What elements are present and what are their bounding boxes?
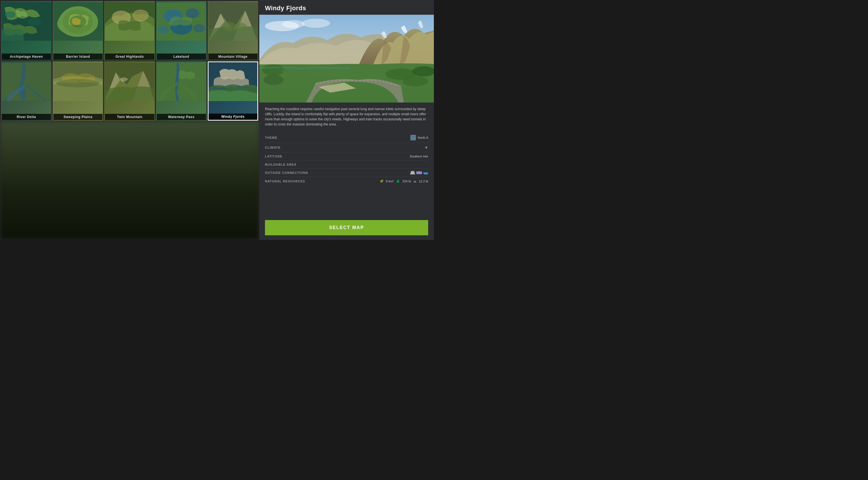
map-tile-archipelago-haven[interactable]: Archipelago Haven [1, 1, 52, 60]
map-tile-river-delta[interactable]: River Delta [1, 62, 52, 121]
map-preview [259, 15, 434, 103]
selected-map-title: Windy Fjords [259, 0, 434, 15]
connection-icons [410, 171, 428, 174]
svg-point-11 [185, 8, 199, 19]
map-selection-panel: Archipelago Haven Barrier Island [0, 0, 259, 240]
map-tile-sweeping-plains[interactable]: Sweeping Plains [53, 62, 103, 121]
svg-point-31 [402, 76, 428, 87]
map-tile-label-mountain: Mountain Village [208, 54, 257, 60]
stat-connections: OUTSIDE CONNECTIONS [265, 169, 428, 177]
map-tile-label-windy: Windy Fjords [209, 113, 257, 120]
map-stats: THEME North A CLIMATE ☀ LATITUDE Souther… [259, 131, 434, 217]
stone-icon: ⛰ [413, 179, 416, 183]
svg-point-33 [282, 20, 305, 28]
stat-climate: CLIMATE ☀ [265, 143, 428, 152]
map-tile-great-highlands[interactable]: Great Highlands [104, 1, 155, 60]
map-tile-lakeland[interactable]: Lakeland [156, 1, 207, 60]
background-blur [0, 121, 259, 240]
sun-icon: ☀ [425, 145, 428, 150]
grain-icon: 🌾 [379, 179, 384, 183]
stat-resources: NATURAL RESOURCES 🌾 8 km² 🌲 334 kt ⛰ 12.… [265, 177, 428, 185]
svg-point-8 [132, 9, 149, 22]
map-tile-label-highlands: Great Highlands [105, 54, 154, 60]
stat-label-resources: NATURAL RESOURCES [265, 179, 305, 183]
select-map-button[interactable]: SELECT MAP [265, 220, 428, 235]
stat-label-buildable: BUILDABLE AREA [265, 163, 297, 166]
map-tile-label-sweeping: Sweeping Plains [53, 114, 102, 120]
map-tile-waterway-pass[interactable]: Waterway Pass [156, 62, 207, 121]
ship-connection-icon [423, 171, 428, 174]
map-tile-label-river: River Delta [2, 114, 51, 120]
map-tile-label-barrier: Barrier Island [53, 54, 102, 60]
svg-point-14 [193, 24, 205, 33]
road-connection-icon [410, 171, 415, 174]
tree-icon: 🌲 [396, 179, 400, 183]
svg-point-1 [4, 11, 16, 18]
svg-point-13 [158, 26, 169, 33]
svg-point-30 [290, 74, 313, 83]
stat-latitude: LATITUDE Southern Her [265, 152, 428, 161]
map-tile-label-waterway: Waterway Pass [157, 114, 206, 120]
theme-icon [410, 135, 416, 140]
svg-point-2 [28, 17, 41, 26]
stat-label-climate: CLIMATE [265, 146, 281, 149]
stat-value-climate: ☀ [425, 145, 428, 150]
map-tile-label-twin: Twin Mountain [105, 114, 154, 120]
svg-point-18 [56, 79, 100, 87]
stat-value-resources: 🌾 8 km² 🌲 334 kt ⛰ 12.2 kt [379, 179, 429, 183]
stat-buildable: BUILDABLE AREA [265, 161, 428, 169]
map-grid: Archipelago Haven Barrier Island [0, 0, 259, 122]
svg-point-29 [264, 75, 283, 85]
svg-point-34 [302, 19, 330, 28]
map-tile-label-lakeland: Lakeland [157, 54, 206, 60]
map-tile-twin-mountain[interactable]: Twin Mountain [104, 62, 155, 121]
map-tile-barrier-island[interactable]: Barrier Island [53, 1, 103, 60]
map-tile-windy-fjords[interactable]: Windy Fjords [208, 62, 258, 121]
stat-value-latitude: Southern Her [410, 155, 428, 158]
stat-value-connections [410, 171, 428, 174]
svg-point-25 [262, 64, 285, 76]
stat-theme: THEME North A [265, 133, 428, 143]
map-tile-mountain-village[interactable]: Mountain Village [208, 1, 258, 60]
map-detail-panel: Windy Fjords [259, 0, 434, 240]
stat-value-theme: North A [410, 135, 428, 140]
highway-connection-icon [416, 171, 422, 174]
stat-label-theme: THEME [265, 136, 277, 139]
resource-icons: 🌾 8 km² 🌲 334 kt ⛰ 12.2 kt [379, 179, 429, 183]
stat-label-connections: OUTSIDE CONNECTIONS [265, 171, 308, 174]
map-tile-label-archipelago: Archipelago Haven [2, 54, 51, 60]
stat-label-latitude: LATITUDE [265, 155, 282, 158]
map-description: Reaching the coastline requires careful … [259, 103, 434, 131]
